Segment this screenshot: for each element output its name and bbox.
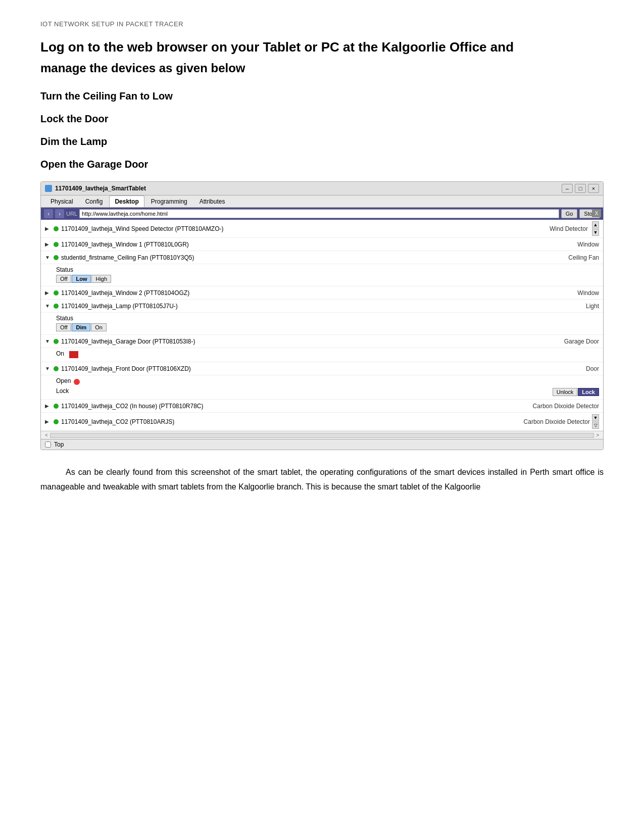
front-door-status-section: Open Lock Unlock Lock [41, 375, 603, 400]
device-row-window2: ▶ 11701409_lavtheja_Window 2 (PTT08104OG… [41, 286, 603, 300]
status-dot-co2-house [54, 404, 59, 409]
go-button[interactable]: Go [561, 209, 578, 218]
ceiling-fan-status-label: Status [56, 266, 599, 273]
device-row-co2-house: ▶ 11701409_lavtheja_CO2 (In house) (PTT0… [41, 400, 603, 413]
device-type-wind-speed: Wind Detector [550, 225, 588, 232]
front-door-open-label: Open [56, 377, 71, 384]
tab-attributes[interactable]: Attributes [194, 195, 231, 207]
expand-arrow-co2[interactable]: ▶ [45, 419, 51, 424]
header-label: IOT NETWORK SETUP IN PACKET TRACER [40, 20, 604, 28]
device-left-front-door: ▼ 11701409_lavtheja_Front Door (PTT08106… [45, 365, 191, 372]
front-door-open-indicator [74, 379, 80, 385]
forward-button[interactable]: › [55, 209, 64, 218]
url-input[interactable] [79, 209, 559, 218]
expand-arrow-co2-house[interactable]: ▶ [45, 403, 51, 409]
status-dot-window1 [54, 242, 59, 247]
lamp-status-section: Status Off Dim On [41, 313, 603, 335]
device-list-wrapper: ▶ 11701409_lavtheja_Wind Speed Detector … [41, 220, 603, 439]
window-title-text: 11701409_lavtheja_SmartTablet [55, 185, 146, 192]
device-left-wind-speed: ▶ 11701409_lavtheja_Wind Speed Detector … [45, 225, 224, 232]
scroll-up-wind[interactable]: ▲ [592, 221, 599, 228]
sub-heading: manage the devices as given below [40, 61, 604, 75]
top-checkbox[interactable] [45, 441, 51, 448]
paragraph-section: As can be clearly found from this screen… [40, 465, 604, 495]
lamp-dim-btn[interactable]: Dim [72, 323, 90, 331]
front-door-lock-btn[interactable]: Lock [578, 388, 599, 396]
main-heading: Log on to the web browser on your Tablet… [40, 38, 604, 56]
ceiling-fan-status-section: Status Off Low High [41, 264, 603, 286]
browser-bar: ‹ › URL Go Stop X [41, 208, 603, 220]
expand-arrow-garage-door[interactable]: ▼ [45, 338, 51, 344]
ceiling-fan-low-btn[interactable]: Low [72, 275, 91, 283]
expand-arrow-window2[interactable]: ▶ [45, 290, 51, 296]
url-label: URL [66, 211, 77, 217]
device-name-front-door: 11701409_lavtheja_Front Door (PTT08106XZ… [61, 365, 191, 372]
device-type-window2: Window [577, 289, 599, 297]
close-button[interactable]: × [588, 184, 599, 193]
task-3: Dim the Lamp [40, 136, 604, 148]
expand-arrow-front-door[interactable]: ▼ [45, 366, 51, 371]
device-list: ▶ 11701409_lavtheja_Wind Speed Detector … [41, 220, 603, 439]
scroll-track[interactable] [50, 433, 594, 438]
status-dot-front-door [54, 366, 59, 371]
expand-arrow-lamp[interactable]: ▼ [45, 303, 51, 309]
expand-arrow-wind-speed[interactable]: ▶ [45, 226, 51, 231]
ceiling-fan-controls: Off Low High [56, 275, 599, 283]
tab-programming[interactable]: Programming [145, 195, 193, 207]
window-icon [45, 185, 52, 192]
device-left-garage-door: ▼ 11701409_lavtheja_Garage Door (PTT0810… [45, 338, 195, 345]
device-type-lamp: Light [586, 303, 599, 310]
device-row-wind-speed: ▶ 11701409_lavtheja_Wind Speed Detector … [41, 220, 603, 238]
device-name-co2-house: 11701409_lavtheja_CO2 (In house) (PTT081… [61, 403, 204, 410]
minimize-button[interactable]: – [562, 184, 573, 193]
device-type-garage-door: Garage Door [564, 338, 599, 345]
device-row-front-door: ▼ 11701409_lavtheja_Front Door (PTT08106… [41, 362, 603, 375]
status-dot-co2 [54, 419, 59, 424]
front-door-controls: Unlock Lock [553, 388, 599, 396]
device-row-lamp: ▼ 11701409_lavtheja_Lamp (PTT08105J7U-) … [41, 300, 603, 313]
status-dot-window2 [54, 290, 59, 296]
lamp-controls: Off Dim On [56, 323, 599, 331]
tab-config[interactable]: Config [80, 195, 109, 207]
device-type-co2-house: Carbon Dixoide Detector [533, 403, 599, 410]
device-name-garage-door: 11701409_lavtheja_Garage Door (PTT081053… [61, 338, 195, 345]
expand-arrow-ceiling-fan[interactable]: ▼ [45, 255, 51, 260]
front-door-unlock-btn[interactable]: Unlock [553, 388, 578, 396]
expand-arrow-window1[interactable]: ▶ [45, 241, 51, 247]
device-row-co2: ▶ 11701409_lavtheja_CO2 (PTT0810ARJS) Ca… [41, 413, 603, 431]
ceiling-fan-off-btn[interactable]: Off [56, 275, 71, 283]
device-left-window2: ▶ 11701409_lavtheja_Window 2 (PTT08104OG… [45, 289, 189, 297]
window-controls: – □ × [562, 184, 599, 193]
scroll-up-co2[interactable]: ▼ [592, 414, 599, 421]
back-button[interactable]: ‹ [44, 209, 53, 218]
status-dot-garage-door [54, 339, 59, 344]
device-name-wind-speed: 11701409_lavtheja_Wind Speed Detector (P… [61, 225, 224, 232]
ceiling-fan-high-btn[interactable]: High [91, 275, 111, 283]
device-left-co2: ▶ 11701409_lavtheja_CO2 (PTT0810ARJS) [45, 418, 174, 425]
window-title: 11701409_lavtheja_SmartTablet [45, 185, 146, 192]
lamp-off-btn[interactable]: Off [56, 323, 71, 331]
window-titlebar: 11701409_lavtheja_SmartTablet – □ × [41, 182, 603, 195]
scroll-down-wind[interactable]: ▼ [592, 229, 599, 236]
lamp-on-btn[interactable]: On [91, 323, 107, 331]
device-name-co2: 11701409_lavtheja_CO2 (PTT0810ARJS) [61, 418, 174, 425]
device-type-front-door: Door [586, 365, 599, 372]
window-tabs: Physical Config Desktop Programming Attr… [41, 195, 603, 208]
front-door-lock-label: Lock [56, 387, 69, 395]
device-row-garage-door: ▼ 11701409_lavtheja_Garage Door (PTT0810… [41, 335, 603, 348]
status-dot-lamp [54, 304, 59, 309]
device-name-ceiling-fan: studentid_firstname_Ceiling Fan (PTT0810… [61, 254, 194, 261]
status-dot-wind-speed [54, 226, 59, 231]
tab-desktop[interactable]: Desktop [109, 195, 144, 207]
garage-door-on-label: On [56, 350, 64, 357]
device-row-window1: ▶ 11701409_lavtheja_Window 1 (PTT0810L0G… [41, 238, 603, 251]
garage-door-on-indicator [69, 351, 78, 358]
device-type-co2: Carbon Dixoide Detector [524, 418, 590, 425]
bottom-bar: Top [41, 439, 603, 450]
garage-door-status-section: On [41, 348, 603, 362]
device-type-ceiling-fan: Ceiling Fan [568, 254, 599, 261]
scroll-down-co2[interactable]: ▽ [592, 422, 599, 429]
maximize-button[interactable]: □ [575, 184, 586, 193]
browser-close-icon[interactable]: X [592, 209, 601, 217]
tab-physical[interactable]: Physical [45, 195, 79, 207]
